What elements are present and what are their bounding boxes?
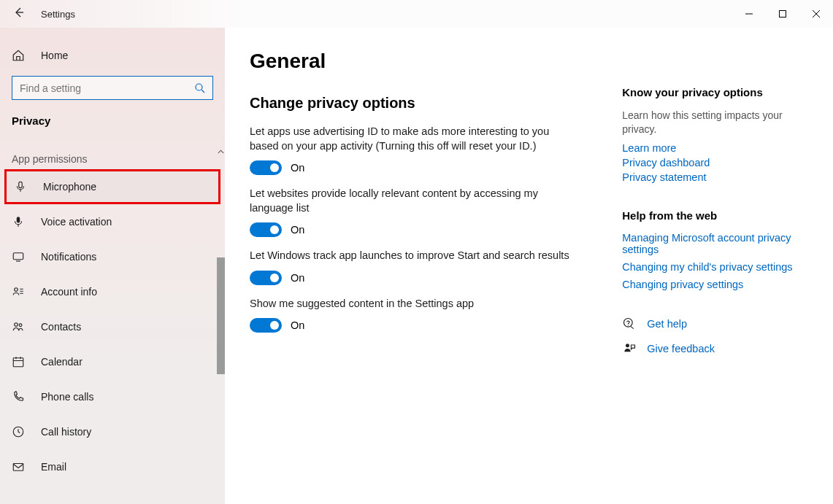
search-box[interactable] (12, 76, 213, 100)
get-help-link[interactable]: Get help (647, 318, 687, 330)
home-nav[interactable]: Home (0, 38, 225, 73)
setting-language-list: Let websites provide locally relevant co… (250, 187, 593, 237)
close-button[interactable] (799, 0, 833, 28)
scrollbar-thumb[interactable] (217, 257, 225, 374)
toggle-switch[interactable] (250, 271, 282, 285)
nav-item-microphone[interactable]: Microphone (4, 169, 220, 204)
setting-toggle-row: On (250, 160, 593, 175)
toggle-switch[interactable] (250, 222, 282, 237)
section-heading: Change privacy options (250, 95, 593, 112)
back-button[interactable] (13, 7, 31, 21)
nav-list: Microphone Voice activation Notification… (0, 169, 225, 504)
link-privacy-statement[interactable]: Privacy statement (622, 171, 818, 183)
svg-rect-8 (13, 358, 23, 367)
toggle-switch[interactable] (250, 160, 282, 175)
window-controls (732, 0, 833, 28)
nav-item-voice-activation[interactable]: Voice activation (0, 204, 225, 239)
feedback-link[interactable]: Give feedback (647, 343, 715, 354)
search-input[interactable] (18, 82, 193, 95)
svg-point-1 (196, 84, 202, 90)
setting-desc: Let apps use advertising ID to make ads … (250, 125, 571, 153)
link-manage-account[interactable]: Managing Microsoft account privacy setti… (622, 232, 818, 255)
toggle-label: On (291, 224, 304, 236)
get-help-row[interactable]: Get help (622, 317, 818, 331)
home-label: Home (41, 50, 68, 61)
contacts-icon (12, 320, 25, 333)
nav-item-calendar[interactable]: Calendar (0, 344, 225, 379)
scroll-up-icon[interactable] (216, 147, 225, 156)
toggle-label: On (291, 162, 304, 174)
get-help-icon (622, 317, 637, 331)
link-privacy-dashboard[interactable]: Privacy dashboard (622, 157, 818, 168)
search-icon (193, 82, 207, 95)
setting-toggle-row: On (250, 318, 593, 333)
phone-icon (12, 390, 25, 403)
nav-label: Email (41, 461, 66, 473)
link-privacy-settings[interactable]: Changing privacy settings (622, 279, 818, 290)
email-icon (12, 460, 25, 473)
know-block: Know your privacy options Learn how this… (622, 86, 818, 183)
home-icon (12, 49, 25, 62)
link-child-privacy[interactable]: Changing my child's privacy settings (622, 261, 818, 273)
link-learn-more[interactable]: Learn more (622, 142, 818, 154)
main: General Change privacy options Let apps … (225, 28, 833, 504)
toggle-label: On (291, 272, 304, 284)
sidebar: Home Privacy App permissions Microphone … (0, 28, 225, 504)
setting-suggested-content: Show me suggested content in the Setting… (250, 297, 593, 333)
svg-rect-0 (780, 11, 786, 18)
nav-label: Voice activation (41, 216, 112, 228)
nav-label: Calendar (41, 356, 82, 368)
setting-desc: Show me suggested content in the Setting… (250, 297, 571, 311)
svg-point-13 (626, 344, 629, 347)
nav-item-contacts[interactable]: Contacts (0, 309, 225, 344)
svg-point-5 (15, 288, 18, 292)
setting-app-launches: Let Windows track app launches to improv… (250, 249, 593, 285)
feedback-row[interactable]: Give feedback (622, 341, 818, 356)
svg-rect-2 (19, 182, 23, 187)
body: Home Privacy App permissions Microphone … (0, 28, 833, 504)
svg-point-6 (15, 323, 18, 327)
setting-desc: Let Windows track app launches to improv… (250, 249, 571, 263)
svg-rect-3 (17, 217, 20, 222)
search-wrap (0, 73, 225, 103)
setting-toggle-row: On (250, 222, 593, 237)
know-text: Learn how this setting impacts your priv… (622, 109, 818, 136)
setting-advertising-id: Let apps use advertising ID to make ads … (250, 125, 593, 175)
svg-point-12 (628, 325, 629, 326)
call-history-icon (12, 425, 25, 438)
window-title: Settings (41, 9, 75, 20)
setting-toggle-row: On (250, 271, 593, 285)
titlebar: Settings (0, 0, 833, 28)
toggle-switch[interactable] (250, 318, 282, 333)
category-title: Privacy (0, 103, 225, 139)
feedback-icon (622, 341, 637, 356)
svg-rect-10 (13, 464, 23, 471)
nav-item-account-info[interactable]: Account info (0, 274, 225, 309)
calendar-icon (12, 355, 25, 368)
nav-label: Notifications (41, 251, 96, 263)
nav-label: Microphone (43, 181, 96, 193)
nav-label: Call history (41, 426, 91, 438)
setting-desc: Let websites provide locally relevant co… (250, 187, 571, 215)
nav-item-phone-calls[interactable]: Phone calls (0, 379, 225, 414)
notifications-icon (12, 250, 25, 263)
toggle-label: On (291, 319, 304, 331)
nav-label: Contacts (41, 321, 81, 333)
right-column: Know your privacy options Learn how this… (622, 50, 818, 504)
nav-label: Account info (41, 286, 97, 298)
maximize-button[interactable] (766, 0, 799, 28)
nav-item-call-history[interactable]: Call history (0, 414, 225, 449)
nav-item-notifications[interactable]: Notifications (0, 239, 225, 274)
nav-item-email[interactable]: Email (0, 449, 225, 484)
know-heading: Know your privacy options (622, 86, 818, 98)
account-info-icon (12, 285, 25, 298)
minimize-button[interactable] (732, 0, 766, 28)
content-column: General Change privacy options Let apps … (250, 50, 593, 504)
nav-label: Phone calls (41, 391, 93, 403)
voice-activation-icon (12, 215, 25, 228)
svg-rect-4 (13, 253, 23, 260)
help-heading: Help from the web (622, 209, 818, 222)
page-title: General (250, 50, 593, 73)
help-block: Help from the web Managing Microsoft acc… (622, 209, 818, 290)
permissions-heading: App permissions (0, 139, 225, 169)
